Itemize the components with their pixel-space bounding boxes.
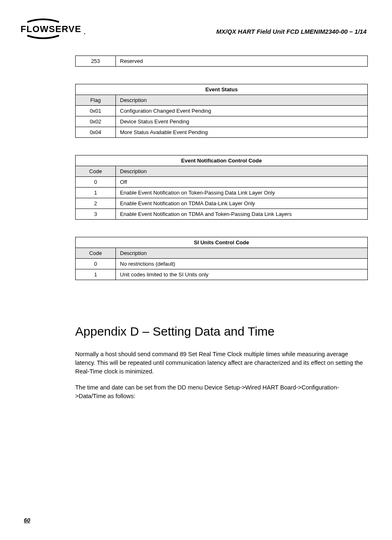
svg-point-1 xyxy=(84,33,85,34)
col-header: Description xyxy=(116,95,368,106)
code-cell: 2 xyxy=(76,198,116,209)
desc-cell: Enable Event Notification on TDMA and To… xyxy=(116,209,368,220)
event-status-table: Event Status Flag Description 0x01 Confi… xyxy=(75,84,368,138)
col-header: Flag xyxy=(76,95,116,106)
event-notification-table: Event Notification Control Code Code Des… xyxy=(75,155,368,220)
body-paragraph: Normally a host should send command 89 S… xyxy=(75,350,368,376)
table-row: 0 No restrictions (default) xyxy=(76,259,368,269)
code-cell: 1 xyxy=(76,188,116,198)
table-row: 253 Reserved xyxy=(76,56,368,67)
table-title: Event Notification Control Code xyxy=(76,155,368,166)
code-cell: 253 xyxy=(76,56,116,67)
table-header-row: Flag Description xyxy=(76,95,368,106)
col-header: Code xyxy=(76,166,116,177)
table-row: 1 Unit codes limited to the SI Units onl… xyxy=(76,269,368,280)
code-cell: 3 xyxy=(76,209,116,220)
reserved-table: 253 Reserved xyxy=(75,56,368,67)
desc-cell: More Status Available Event Pending xyxy=(116,127,368,138)
table-header-row: Code Description xyxy=(76,248,368,259)
svg-text:FLOWSERVE: FLOWSERVE xyxy=(21,24,81,34)
table-title: SI Units Control Code xyxy=(76,237,368,248)
desc-cell: Unit codes limited to the SI Units only xyxy=(116,269,368,280)
si-units-table: SI Units Control Code Code Description 0… xyxy=(75,237,368,280)
col-header: Description xyxy=(116,248,368,259)
desc-cell: Configuration Changed Event Pending xyxy=(116,106,368,116)
body-paragraph: The time and date can be set from the DD… xyxy=(75,383,368,401)
table-title-row: Event Status xyxy=(76,84,368,95)
table-row: 0x02 Device Status Event Pending xyxy=(76,116,368,127)
table-row: 1 Enable Event Notification on Token-Pas… xyxy=(76,188,368,198)
desc-cell: No restrictions (default) xyxy=(116,259,368,269)
desc-cell: Reserved xyxy=(116,56,368,67)
code-cell: 0x02 xyxy=(76,116,116,127)
page-number: 60 xyxy=(24,517,30,524)
desc-cell: Off xyxy=(116,177,368,188)
col-header: Description xyxy=(116,166,368,177)
document-header: MX/QX HART Field Unit FCD LMENIM2340-00 … xyxy=(216,28,367,35)
table-title: Event Status xyxy=(76,84,368,95)
table-row: 0x01 Configuration Changed Event Pending xyxy=(76,106,368,116)
table-title-row: SI Units Control Code xyxy=(76,237,368,248)
code-cell: 1 xyxy=(76,269,116,280)
code-cell: 0 xyxy=(76,177,116,188)
desc-cell: Enable Event Notification on TDMA Data-L… xyxy=(116,198,368,209)
col-header: Code xyxy=(76,248,116,259)
table-row: 0x04 More Status Available Event Pending xyxy=(76,127,368,138)
desc-cell: Enable Event Notification on Token-Passi… xyxy=(116,188,368,198)
code-cell: 0x01 xyxy=(76,106,116,116)
table-row: 2 Enable Event Notification on TDMA Data… xyxy=(76,198,368,209)
table-header-row: Code Description xyxy=(76,166,368,177)
table-row: 3 Enable Event Notification on TDMA and … xyxy=(76,209,368,220)
code-cell: 0 xyxy=(76,259,116,269)
table-title-row: Event Notification Control Code xyxy=(76,155,368,166)
page-content: 253 Reserved Event Status Flag Descripti… xyxy=(75,56,368,408)
desc-cell: Device Status Event Pending xyxy=(116,116,368,127)
table-row: 0 Off xyxy=(76,177,368,188)
code-cell: 0x04 xyxy=(76,127,116,138)
flowserve-logo: FLOWSERVE xyxy=(21,19,88,39)
appendix-heading: Appendix D – Setting Data and Time xyxy=(75,324,368,338)
